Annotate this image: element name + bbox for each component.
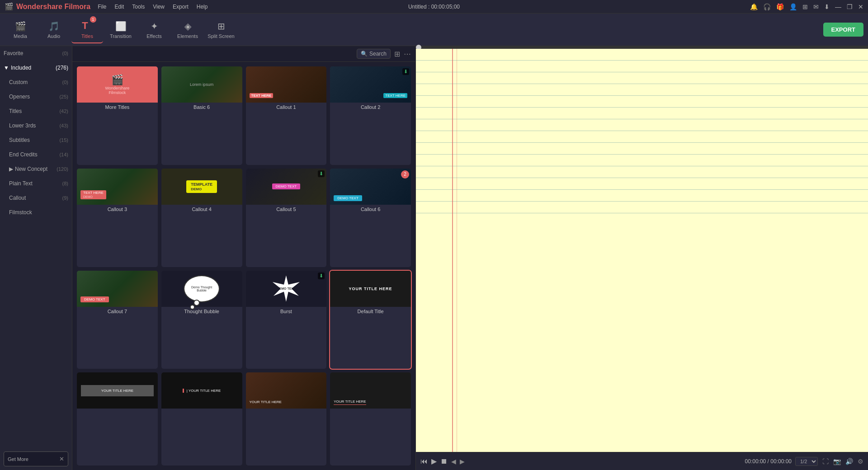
splitscreen-tool[interactable]: ⊞ Split Screen [205,16,237,43]
effects-icon: ✦ [151,21,158,32]
sidebar-item-endcredits[interactable]: End Credits (14) [0,147,72,162]
title-card-callout7[interactable]: DEMO TEXT Callout 7 [77,271,158,369]
title-card-yourtitle1[interactable]: YOUR TITLE HERE [77,372,158,465]
media-label: Media [14,33,27,39]
sidebar-item-plaintext[interactable]: Plain Text (8) [0,176,72,191]
transition-tool[interactable]: ⬜ Transition [105,16,137,43]
search-icon: 🔍 [361,51,368,57]
maximize-btn[interactable]: ❐ [847,3,853,10]
transition-button[interactable]: ⬜ Transition [105,16,137,43]
media-button[interactable]: 🎬 Media [5,16,36,43]
screenshot-icon[interactable]: 📷 [833,458,841,465]
callout4-thumb: TEMPLATEDEMO [161,169,242,205]
red-margin-line [452,49,453,452]
app-name: Wondershare Filmora [16,3,90,11]
left-panel: Favorite (0) ▼ Included (276) Custom (0)… [0,46,72,470]
elements-button[interactable]: ◈ Elements [172,16,203,43]
grid-view-icon[interactable]: ⊞ [394,50,400,58]
minimize-btn[interactable]: — [835,3,841,10]
audio-label: Audio [47,33,60,39]
settings-icon[interactable]: ⚙ [858,458,863,465]
icon-mail[interactable]: ✉ [813,3,819,10]
icon-gift[interactable]: 🎁 [776,3,784,10]
splitscreen-button[interactable]: ⊞ Split Screen [205,16,237,43]
title-card-callout5[interactable]: ⬇ DEMO TEXT Callout 5 [246,169,327,267]
title-card-thoughtbubble[interactable]: Demo Thought Bubble Thought Bubble [161,271,242,369]
effects-button[interactable]: ✦ Effects [138,16,170,43]
title-card-yourtitle2[interactable]: | YOUR TITLE HERE [161,372,242,465]
close-btn[interactable]: ✕ [858,3,863,10]
title-card-yourtitle4[interactable]: YOUR TITLE HERE [330,372,411,465]
title-card-yourtitle3[interactable]: YOUR TITLE HERE [246,372,327,465]
media-tool[interactable]: 🎬 Media [5,16,36,43]
titles-button[interactable]: T 1 Titles [71,16,103,43]
playback-rate-select[interactable]: 1/2 1/4 1 [795,457,818,466]
play-btn[interactable]: ▶ [431,457,437,465]
sidebar-item-callout[interactable]: Callout (9) [0,191,72,205]
sidebar-item-titles[interactable]: Titles (42) [0,104,72,118]
time-left-arrow[interactable]: ◀ [451,458,456,465]
title-card-basic6[interactable]: Lorem ipsum Basic 6 [161,66,242,165]
audio-button[interactable]: 🎵 Audio [38,16,70,43]
sidebar-item-included[interactable]: ▼ Included (276) [0,61,72,75]
filmstock-label: Filmstock [9,209,32,216]
sidebar-item-openers[interactable]: Openers (25) [0,89,72,104]
time-right-arrow[interactable]: ▶ [460,458,465,465]
options-icon[interactable]: ⋯ [404,50,411,58]
fullscreen-icon[interactable]: ⛶ [822,458,829,465]
newconcept-count: (120) [57,166,68,172]
included-arrow: ▼ [4,65,9,71]
title-card-callout3[interactable]: TEXT HEREDEMO Callout 3 [77,169,158,267]
get-more-label[interactable]: Get More [8,456,28,462]
window-title: Untitled : 00:00:05;00 [408,4,460,10]
effects-tool[interactable]: ✦ Effects [138,16,170,43]
title-card-burst[interactable]: ⬇ DEMO TEXT Burst [246,271,327,369]
icon-download[interactable]: ⬇ [824,3,830,10]
sidebar-item-filmstock[interactable]: Filmstock [0,205,72,220]
sidebar-item-favorite[interactable]: Favorite (0) [0,46,72,61]
sidebar-item-newconcept[interactable]: ▶ New Concept (120) [0,162,72,176]
menu-tools[interactable]: Tools [132,4,145,10]
stop-btn[interactable]: ⏹ [440,457,448,465]
favorite-count: (0) [62,51,68,56]
effects-label: Effects [146,33,161,39]
icon-bell[interactable]: 🔔 [750,3,758,10]
custom-label: Custom [9,79,28,85]
included-count: (276) [56,65,68,71]
titles-tool[interactable]: T 1 Titles [71,16,103,43]
callout7-thumb: DEMO TEXT [77,271,158,307]
page-line [416,119,868,131]
defaulttitle-label: Default Title [330,307,411,316]
audio-icon: 🎵 [48,21,60,32]
menu-export[interactable]: Export [173,4,189,10]
elements-tool[interactable]: ◈ Elements [172,16,203,43]
preview-canvas [416,49,868,452]
title-card-callout2[interactable]: ⬇ TEXT HERE Callout 2 [330,66,411,165]
time-display: 00:00:00 / 00:00:00 [745,458,792,465]
icon-user[interactable]: 👤 [789,3,797,10]
sidebar-item-custom[interactable]: Custom (0) [0,75,72,89]
sidebar-item-subtitles[interactable]: Subtitles (15) [0,133,72,147]
sidebar-item-lower3rds[interactable]: Lower 3rds (43) [0,118,72,133]
search-box[interactable]: 🔍 Search [357,49,391,59]
title-card-more-titles[interactable]: 🎬 WondershareFilmstock More Titles [77,66,158,165]
title-card-callout6[interactable]: 2 DEMO TEXT Callout 6 [330,169,411,267]
export-button[interactable]: EXPORT [823,23,863,37]
title-card-defaulttitle[interactable]: YOUR TITLE HERE Default Title [330,271,411,369]
audio-tool[interactable]: 🎵 Audio [38,16,70,43]
basic6-label: Basic 6 [161,103,242,112]
menu-view[interactable]: View [153,4,165,10]
title-card-callout1[interactable]: TEXT HERE Callout 1 [246,66,327,165]
menu-file[interactable]: File [98,4,106,10]
icon-headphones[interactable]: 🎧 [763,3,771,10]
get-more-close[interactable]: ✕ [59,456,64,462]
endcredits-count: (14) [59,152,68,157]
menu-help[interactable]: Help [197,4,208,10]
volume-icon[interactable]: 🔊 [845,458,853,465]
title-card-callout4[interactable]: TEMPLATEDEMO Callout 4 [161,169,242,267]
yourtitle4-thumb: YOUR TITLE HERE [330,372,411,409]
icon-share[interactable]: ⊞ [802,3,808,10]
lower3rds-label: Lower 3rds [9,122,36,129]
prev-frame-btn[interactable]: ⏮ [420,457,428,465]
menu-edit[interactable]: Edit [115,4,124,10]
